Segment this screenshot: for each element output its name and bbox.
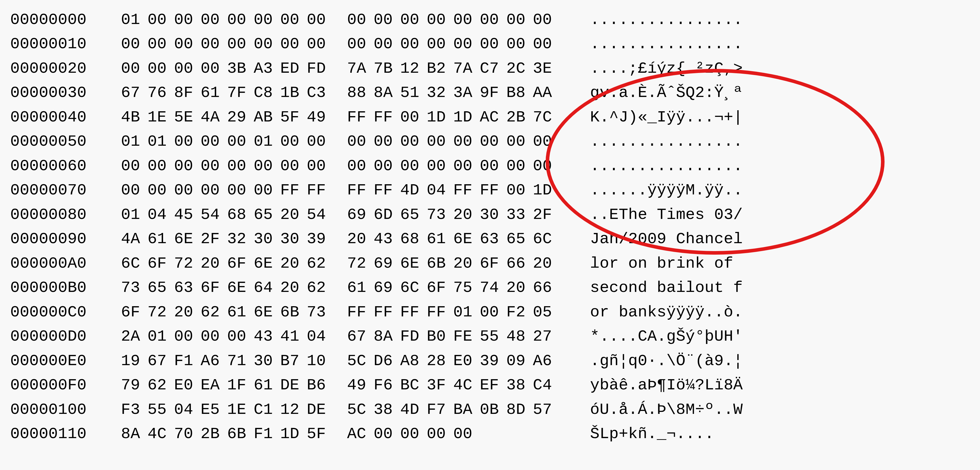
hex-bytes-right: 0000000000000000 xyxy=(347,154,559,178)
hex-bytes-left: 0100000000000000 xyxy=(121,8,333,32)
hex-byte: 00 xyxy=(506,178,533,202)
hex-byte: 76 xyxy=(148,81,174,105)
hex-byte: 61 xyxy=(200,81,227,105)
hex-bytes-right: 888A51323A9FB8AA xyxy=(347,81,559,105)
hex-byte: 00 xyxy=(453,154,480,178)
hex-byte: 00 xyxy=(254,8,280,32)
hex-byte: 1E xyxy=(148,105,174,129)
hex-byte: 2A xyxy=(121,324,148,349)
hex-byte: 7F xyxy=(227,81,254,105)
hex-byte: 00 xyxy=(280,32,307,56)
hex-bytes-left: F35504E51EC112DE xyxy=(121,397,333,422)
hex-byte: 00 xyxy=(200,8,227,32)
hex-byte: 4C xyxy=(148,422,174,446)
hex-byte: 00 xyxy=(400,154,427,178)
hex-byte: 04 xyxy=(148,203,174,227)
hex-byte: 48 xyxy=(506,324,533,349)
hex-byte: C3 xyxy=(307,81,333,105)
offset: 00000020 xyxy=(10,56,107,81)
hex-byte: 70 xyxy=(174,422,200,446)
hex-byte: FE xyxy=(453,324,480,349)
hex-byte: 67 xyxy=(121,81,148,105)
hex-byte: 79 xyxy=(121,373,148,397)
hex-byte: 00 xyxy=(148,154,174,178)
hex-byte: 45 xyxy=(174,203,200,227)
hex-bytes-left: 6F722062616E6B73 xyxy=(121,300,333,324)
hex-byte: FF xyxy=(307,178,333,202)
hex-byte: 38 xyxy=(506,373,533,397)
hex-byte: AA xyxy=(533,81,559,105)
hex-byte: C7 xyxy=(480,56,506,81)
hex-byte: 00 xyxy=(400,32,427,56)
hex-byte: 30 xyxy=(254,227,280,251)
ascii-repr: ................ xyxy=(590,129,743,154)
ascii-repr: ybàê.aÞ¶Iö¼?Lï8Ä xyxy=(590,373,743,397)
hex-byte: 00 xyxy=(480,8,506,32)
hex-byte: 00 xyxy=(148,32,174,56)
hex-byte: 00 xyxy=(400,422,427,446)
hex-byte: 00 xyxy=(148,178,174,202)
hex-byte: 1F xyxy=(227,373,254,397)
hex-byte: 4A xyxy=(200,105,227,129)
hex-byte: 72 xyxy=(174,251,200,276)
hex-byte: 75 xyxy=(453,276,480,300)
hex-byte: FF xyxy=(374,105,400,129)
hex-byte: 00 xyxy=(280,8,307,32)
hex-byte: 00 xyxy=(427,8,453,32)
hex-byte: 00 xyxy=(453,8,480,32)
hex-byte: 01 xyxy=(254,129,280,154)
offset: 00000050 xyxy=(10,129,107,154)
hex-byte: FF xyxy=(374,178,400,202)
hex-byte: FF xyxy=(347,178,374,202)
offset: 00000100 xyxy=(10,397,107,422)
hex-byte: 65 xyxy=(254,203,280,227)
offset: 00000000 xyxy=(10,8,107,32)
hex-byte: 20 xyxy=(174,300,200,324)
hex-byte: 6C xyxy=(400,276,427,300)
hex-byte: 41 xyxy=(280,324,307,349)
hex-byte: 62 xyxy=(307,251,333,276)
hex-byte: 12 xyxy=(400,56,427,81)
hex-byte: 43 xyxy=(254,324,280,349)
hex-byte: 00 xyxy=(400,105,427,129)
hex-byte: 8A xyxy=(374,324,400,349)
hex-byte: 1D xyxy=(427,105,453,129)
hex-byte: 20 xyxy=(280,203,307,227)
hex-byte: FF xyxy=(347,300,374,324)
hex-byte: BC xyxy=(400,373,427,397)
hex-byte: 00 xyxy=(453,129,480,154)
hex-byte: F1 xyxy=(174,349,200,373)
hex-byte: 33 xyxy=(506,203,533,227)
hex-byte: 00 xyxy=(453,422,480,446)
hex-byte: 00 xyxy=(227,32,254,56)
hex-byte: 00 xyxy=(374,154,400,178)
hex-byte: 2B xyxy=(506,105,533,129)
offset: 000000A0 xyxy=(10,251,107,276)
hex-byte: 00 xyxy=(121,32,148,56)
hex-byte: 73 xyxy=(307,300,333,324)
hex-byte: 5F xyxy=(280,105,307,129)
hex-dump-view: 0000000001000000000000000000000000000000… xyxy=(0,0,980,470)
hex-byte: 69 xyxy=(347,203,374,227)
hex-row: 0000001000000000000000000000000000000000… xyxy=(10,32,970,56)
hex-byte: 6E xyxy=(400,251,427,276)
hex-byte: 64 xyxy=(254,276,280,300)
hex-byte: B2 xyxy=(427,56,453,81)
hex-byte: 00 xyxy=(480,32,506,56)
hex-byte: FF xyxy=(427,300,453,324)
ascii-repr: or banksÿÿÿÿ..ò. xyxy=(590,300,743,324)
hex-byte: 69 xyxy=(374,276,400,300)
hex-byte: 00 xyxy=(280,129,307,154)
hex-byte: 00 xyxy=(400,129,427,154)
hex-byte: 2F xyxy=(533,203,559,227)
hex-byte: 00 xyxy=(121,178,148,202)
hex-byte: 00 xyxy=(374,422,400,446)
hex-bytes-right: 61696C6F75742066 xyxy=(347,276,559,300)
hex-byte: FF xyxy=(480,178,506,202)
hex-byte: 20 xyxy=(347,227,374,251)
hex-byte: 00 xyxy=(453,32,480,56)
offset: 00000080 xyxy=(10,203,107,227)
offset: 00000060 xyxy=(10,154,107,178)
hex-byte: 55 xyxy=(480,324,506,349)
hex-bytes-right: 204368616E63656C xyxy=(347,227,559,251)
